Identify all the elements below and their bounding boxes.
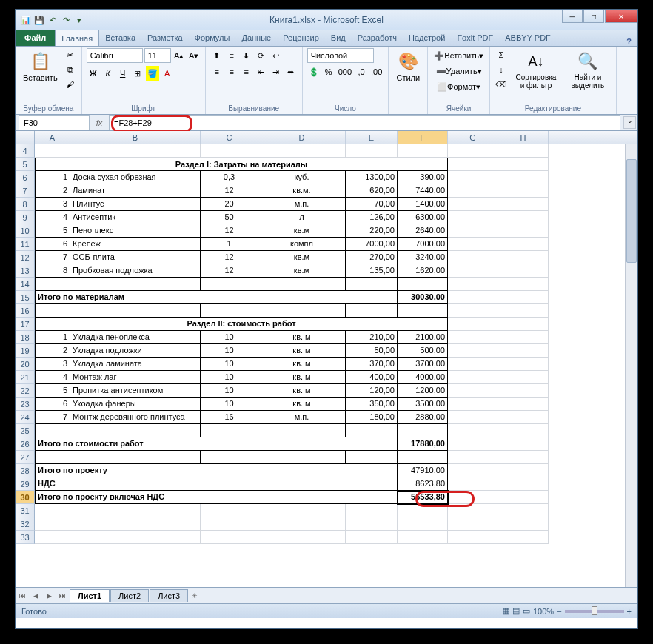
- sheet-nav-prev-icon[interactable]: ◀: [29, 589, 42, 603]
- cell[interactable]: [448, 304, 498, 318]
- cell[interactable]: 50,00: [346, 344, 398, 358]
- comma-icon[interactable]: 000: [337, 64, 353, 79]
- cell[interactable]: 10: [201, 331, 258, 344]
- find-select-button[interactable]: 🔍 Найти и выделить: [564, 48, 612, 91]
- minimize-button[interactable]: ─: [562, 10, 583, 23]
- cell[interactable]: [448, 424, 498, 437]
- row-header[interactable]: 22: [16, 384, 35, 398]
- cell[interactable]: 7440,00: [398, 184, 448, 198]
- cell[interactable]: [346, 424, 398, 437]
- cell[interactable]: [35, 451, 70, 464]
- cell[interactable]: [448, 517, 498, 531]
- cell[interactable]: 3: [35, 358, 70, 371]
- tab-home[interactable]: Главная: [55, 30, 99, 46]
- cell[interactable]: 1300,00: [346, 171, 398, 184]
- cell[interactable]: 4: [35, 211, 70, 224]
- cell[interactable]: [448, 504, 498, 517]
- cell[interactable]: [498, 184, 549, 198]
- name-box[interactable]: F30: [19, 115, 90, 130]
- cell[interactable]: [398, 504, 448, 517]
- tab-foxit[interactable]: Foxit PDF: [451, 30, 499, 46]
- row-header[interactable]: 7: [16, 184, 35, 198]
- cell[interactable]: [201, 304, 258, 318]
- cell[interactable]: 7: [35, 411, 70, 424]
- cell[interactable]: [498, 384, 549, 398]
- cell[interactable]: [498, 198, 549, 211]
- cell[interactable]: [498, 424, 549, 437]
- cell[interactable]: 8623,80: [398, 477, 448, 491]
- row-header[interactable]: 20: [16, 358, 35, 371]
- vertical-scrollbar[interactable]: [625, 144, 637, 587]
- cell[interactable]: Итого по стоимости работ: [35, 437, 398, 451]
- row-header[interactable]: 26: [16, 437, 35, 451]
- clear-icon[interactable]: ⌫: [495, 78, 508, 91]
- cell[interactable]: 6: [35, 398, 70, 411]
- sheet-tab-1[interactable]: Лист1: [70, 589, 110, 602]
- cell[interactable]: ОСБ-плита: [70, 251, 201, 264]
- row-header[interactable]: 19: [16, 344, 35, 358]
- percent-icon[interactable]: %: [322, 64, 335, 79]
- cell[interactable]: [258, 278, 346, 291]
- cell[interactable]: [448, 451, 498, 464]
- row-header[interactable]: 31: [16, 504, 35, 517]
- cell[interactable]: [448, 477, 498, 491]
- cell[interactable]: 5: [35, 224, 70, 238]
- row-header[interactable]: 29: [16, 477, 35, 491]
- row-header[interactable]: 21: [16, 371, 35, 384]
- undo-icon[interactable]: ↶: [47, 14, 58, 26]
- row-header[interactable]: 24: [16, 411, 35, 424]
- row-header[interactable]: 28: [16, 464, 35, 477]
- row-header[interactable]: 4: [16, 144, 35, 158]
- tab-insert[interactable]: Вставка: [99, 30, 141, 46]
- cell[interactable]: 270,00: [346, 251, 398, 264]
- cell[interactable]: [346, 278, 398, 291]
- cell[interactable]: 16: [201, 411, 258, 424]
- cell[interactable]: [448, 491, 498, 504]
- zoom-thumb[interactable]: [592, 606, 597, 615]
- cell[interactable]: [398, 517, 448, 531]
- cell[interactable]: [498, 224, 549, 238]
- cell[interactable]: 10: [201, 358, 258, 371]
- cell[interactable]: [448, 531, 498, 544]
- cell[interactable]: 7000,00: [398, 238, 448, 251]
- cell[interactable]: 2: [35, 344, 70, 358]
- cell[interactable]: [398, 304, 448, 318]
- col-header-D[interactable]: D: [258, 131, 346, 144]
- font-size-select[interactable]: [144, 48, 171, 63]
- cell[interactable]: кв. м: [258, 344, 346, 358]
- cell[interactable]: [346, 531, 398, 544]
- cell[interactable]: [346, 504, 398, 517]
- cell[interactable]: [448, 437, 498, 451]
- cell[interactable]: кв. м: [258, 331, 346, 344]
- cell[interactable]: 3240,00: [398, 251, 448, 264]
- redo-icon[interactable]: ↷: [60, 14, 72, 26]
- cell[interactable]: кв. м: [258, 371, 346, 384]
- cell[interactable]: НДС: [35, 477, 398, 491]
- cell[interactable]: 1: [35, 171, 70, 184]
- cell[interactable]: [448, 251, 498, 264]
- cell[interactable]: [258, 451, 346, 464]
- row-header[interactable]: 18: [16, 331, 35, 344]
- fill-color-button[interactable]: 🪣: [146, 66, 159, 81]
- cell[interactable]: [448, 291, 498, 304]
- view-break-icon[interactable]: ▭: [523, 606, 530, 616]
- col-header-G[interactable]: G: [448, 131, 498, 144]
- dec-decimal-icon[interactable]: ,00: [369, 64, 384, 79]
- italic-button[interactable]: К: [101, 66, 115, 81]
- cell[interactable]: [498, 477, 549, 491]
- cell[interactable]: Раздел II: стоимость работ: [35, 318, 448, 331]
- inc-decimal-icon[interactable]: ,0: [355, 64, 368, 79]
- cell[interactable]: [398, 278, 448, 291]
- cell[interactable]: [448, 144, 498, 158]
- cell[interactable]: 10: [201, 371, 258, 384]
- align-top-icon[interactable]: ⬆: [210, 48, 224, 63]
- expand-formula-icon[interactable]: ⌄: [623, 116, 636, 129]
- cell[interactable]: [398, 451, 448, 464]
- sheet-nav-next-icon[interactable]: ▶: [42, 589, 56, 603]
- cell[interactable]: [498, 371, 549, 384]
- cell[interactable]: [35, 278, 70, 291]
- cell[interactable]: Пеноплекс: [70, 224, 201, 238]
- cell[interactable]: [258, 424, 346, 437]
- cell[interactable]: кв.м: [258, 251, 346, 264]
- file-tab[interactable]: Файл: [16, 30, 55, 46]
